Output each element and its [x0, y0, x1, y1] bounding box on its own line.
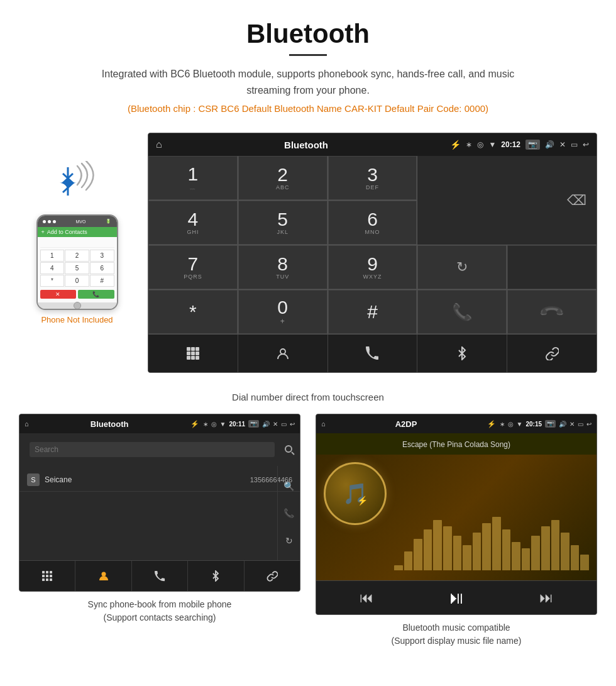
svg-rect-14 [46, 571, 48, 573]
phonebook-title: Bluetooth [33, 419, 187, 429]
music-screen-title: A2DP [329, 419, 483, 429]
eq-bar [482, 523, 491, 570]
phone-dialpad: 1 2 3 4 5 6 * 0 # ✕ 📞 [38, 237, 117, 302]
phone-mockup: MVO 🔋 + Add to Contacts 1 2 3 4 5 6 * 0 [36, 214, 118, 310]
eq-bar [433, 520, 442, 570]
volume-icon: 🔊 [545, 140, 554, 149]
car-toolbar [148, 334, 597, 372]
bluetooth-btn-mini[interactable] [188, 561, 244, 591]
home-icon-mini[interactable]: ⌂ [25, 420, 29, 428]
call-button[interactable]: 📞 [417, 290, 507, 334]
phone-contacts-bar: + Add to Contacts [38, 227, 117, 237]
eq-bar [394, 565, 403, 570]
eq-bar [463, 545, 471, 570]
key-7[interactable]: 7 PQRS [148, 245, 238, 289]
apps-btn-mini[interactable] [19, 561, 75, 591]
eq-bar [531, 536, 540, 570]
backspace-button[interactable]: ⌫ [567, 192, 586, 209]
phone-button[interactable] [328, 335, 418, 372]
page-description: Integrated with BC6 Bluetooth module, su… [88, 66, 528, 98]
svg-rect-2 [191, 347, 195, 351]
signal-arcs-svg [74, 161, 106, 196]
svg-rect-1 [187, 347, 190, 351]
svg-point-10 [280, 349, 285, 354]
svg-rect-6 [195, 351, 199, 355]
home-icon[interactable]: ⌂ [156, 139, 162, 150]
eq-bar [492, 517, 501, 570]
status-icons: ∗ ◎ ▼ 20:12 📷 🔊 ✕ ▭ ↩ [466, 140, 589, 150]
svg-point-22 [101, 572, 106, 577]
car-screen-title: Bluetooth [167, 140, 446, 150]
dialpad-display: ⌫ [417, 156, 597, 245]
svg-rect-18 [50, 575, 52, 577]
phone-not-included-label: Phone Not Included [41, 315, 113, 324]
album-art: 🎵 ⚡ [324, 462, 387, 525]
back-icon[interactable]: ↩ [583, 140, 589, 149]
svg-rect-3 [195, 347, 199, 351]
svg-line-12 [292, 452, 294, 455]
refresh-action-icon[interactable]: ↻ [285, 536, 293, 546]
bt-overlay-icon: ⚡ [357, 495, 368, 506]
play-pause-button[interactable]: ⏯ [448, 587, 465, 608]
phonebook-list: S Seicane 13566664466 [19, 466, 300, 541]
link-btn-mini[interactable] [245, 561, 300, 591]
phonebook-screen: ⌂ Bluetooth ⚡ ∗ ◎ ▼ 20:11 📷 🔊 ✕ ▭ ↩ [19, 414, 300, 592]
contacts-button[interactable] [238, 335, 328, 372]
end-call-button[interactable]: 📞 [507, 290, 597, 334]
phone-topbar: MVO 🔋 [38, 216, 117, 227]
key-4[interactable]: 4 GHI [148, 201, 238, 245]
title-divider [289, 54, 327, 56]
eq-bar [541, 526, 550, 570]
key-5[interactable]: 5 JKL [238, 201, 327, 245]
page-header: Bluetooth Integrated with BC6 Bluetooth … [0, 0, 616, 133]
layout-icon: ▭ [571, 140, 578, 149]
svg-rect-4 [187, 351, 190, 355]
key-hash[interactable]: # [328, 290, 417, 334]
music-controls: ⏮ ⏯ ⏭ [316, 580, 597, 614]
user-btn-mini[interactable] [75, 561, 131, 591]
call-action-icon[interactable]: 📞 [283, 508, 294, 518]
contact-entry[interactable]: S Seicane 13566664466 [19, 468, 300, 492]
phone-home-button[interactable] [38, 302, 117, 309]
home-icon-music[interactable]: ⌂ [321, 420, 326, 428]
apps-button[interactable] [148, 335, 238, 372]
eq-bar [453, 536, 462, 570]
key-star[interactable]: * [148, 290, 238, 334]
phone-btn-mini[interactable] [132, 561, 188, 591]
car-dialpad-screen: ⌂ Bluetooth ⚡ ∗ ◎ ▼ 20:12 📷 🔊 ✕ ▭ ↩ 1 ﹏ [148, 133, 597, 373]
svg-point-11 [285, 446, 292, 452]
next-button[interactable]: ⏭ [539, 590, 553, 606]
eq-bar [512, 542, 520, 570]
key-6[interactable]: 6 MNO [328, 201, 417, 245]
phonebook-actions: 🔍 📞 ↻ [277, 466, 300, 560]
svg-rect-7 [187, 356, 190, 360]
phonebook-status-icons: ∗ ◎ ▼ 20:11 📷 🔊 ✕ ▭ ↩ [203, 420, 295, 428]
key-3[interactable]: 3 DEF [328, 156, 417, 200]
dialpad-grid: 1 ﹏ 2 ABC 3 DEF ⌫ 4 GHI 5 JKL [148, 156, 597, 334]
svg-rect-13 [42, 571, 45, 573]
svg-rect-16 [42, 575, 45, 577]
prev-button[interactable]: ⏮ [360, 590, 373, 606]
close-icon: ✕ [559, 140, 566, 149]
phonebook-search-input[interactable] [30, 442, 275, 457]
bluetooth-button[interactable] [417, 335, 507, 372]
eq-bar [414, 539, 422, 570]
phone-illustration: ✦ MVO 🔋 [19, 133, 135, 373]
status-time: 20:12 [501, 140, 520, 149]
key-9[interactable]: 9 WXYZ [328, 245, 417, 289]
link-button[interactable] [507, 335, 597, 372]
search-icon[interactable] [283, 444, 295, 455]
key-0[interactable]: 0 + [238, 290, 327, 334]
key-2[interactable]: 2 ABC [238, 156, 327, 200]
music-content: 🎵 ⚡ [316, 455, 597, 580]
contact-name: Seicane [45, 475, 245, 484]
camera-icon: 📷 [525, 140, 540, 150]
specs-line: (Bluetooth chip : CSR BC6 Default Blueto… [13, 103, 603, 114]
key-8[interactable]: 8 TUV [238, 245, 327, 289]
search-action-icon[interactable]: 🔍 [283, 481, 294, 491]
bluetooth-signal-graphic: ✦ [52, 158, 102, 208]
key-1[interactable]: 1 ﹏ [148, 156, 238, 200]
refresh-button[interactable]: ↻ [417, 245, 507, 289]
gps-icon: ◎ [477, 140, 483, 149]
eq-bar [424, 529, 432, 570]
